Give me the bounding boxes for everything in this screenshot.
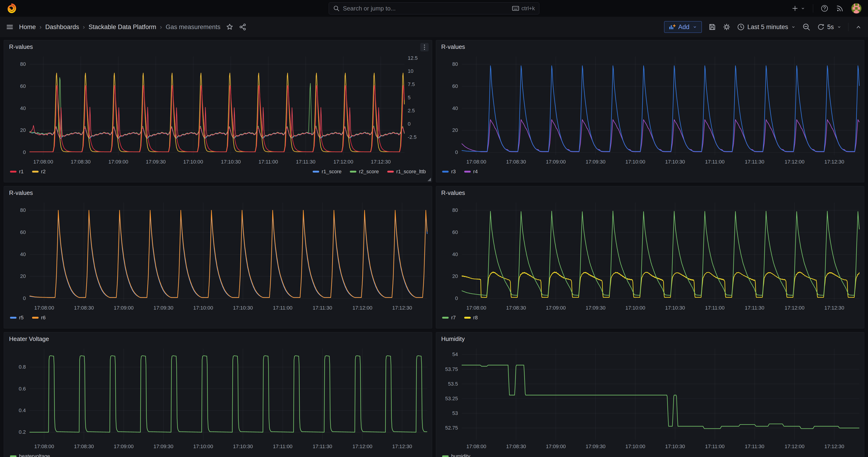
y-axis-right-tick-label: 7.5 (408, 82, 415, 87)
plot-area (462, 57, 859, 155)
series-line-r7 (462, 211, 859, 295)
legend-item-r7[interactable]: r7 (442, 315, 456, 321)
legend-group-left: r7r8 (442, 315, 478, 321)
time-range-picker[interactable]: Last 5 minutes (737, 23, 796, 31)
save-icon[interactable] (708, 23, 716, 31)
plot-area (462, 348, 859, 440)
x-axis-tick-label: 17:10:00 (625, 444, 645, 450)
x-axis-tick-label: 17:09:30 (153, 444, 174, 450)
x-axis-tick-label: 17:12:30 (371, 159, 391, 165)
y-axis-tick-label: 60 (4, 229, 26, 235)
y-axis-tick-label: 20 (4, 127, 26, 133)
y-axis-right-tick-label: 2.5 (408, 108, 415, 114)
legend-item-r1_score_lttb[interactable]: r1_score_lttb (387, 169, 426, 175)
y-axis-tick-label: 60 (4, 83, 26, 89)
y-axis-right-tick-label: 0 (408, 121, 410, 127)
x-axis-tick-label: 17:11:00 (273, 444, 292, 450)
y-axis-tick-label: 0 (436, 295, 458, 301)
legend-item-heatervoltage[interactable]: heatervoltage (10, 453, 50, 457)
x-axis-tick-label: 17:12:30 (392, 444, 412, 450)
panel-menu-kebab-icon[interactable] (420, 43, 429, 52)
y-axis-tick-label: 80 (436, 61, 458, 67)
legend-chip (464, 317, 471, 318)
legend-item-r2[interactable]: r2 (32, 169, 46, 175)
legend-item-r2_score[interactable]: r2_score (350, 169, 379, 175)
news-rss-icon[interactable] (836, 4, 844, 12)
help-icon[interactable] (820, 4, 829, 12)
legend-chip (350, 171, 356, 173)
legend-item-humidity[interactable]: humidity (442, 453, 470, 457)
legend-chip (32, 171, 39, 173)
refresh-interval-label: 5s (827, 24, 834, 31)
x-axis-tick-label: 17:10:00 (183, 159, 203, 165)
x-axis-tick-label: 17:08:30 (71, 159, 91, 165)
y-axis-tick-label: 80 (4, 207, 26, 213)
panel-title: Heater Voltage (9, 335, 49, 342)
y-axis-tick-label: 20 (4, 273, 26, 279)
x-axis-tick-label: 17:11:00 (258, 159, 278, 165)
chevron-down-icon (800, 6, 805, 11)
add-button[interactable]: Add (664, 21, 702, 33)
add-button-label: Add (678, 24, 689, 31)
grafana-logo-icon[interactable] (6, 3, 17, 14)
chevron-down-icon (791, 24, 796, 30)
y-axis-tick-label: 0.4 (4, 407, 26, 414)
series-line-r3 (462, 66, 859, 151)
search-input[interactable]: Search or jump to... ctrl+k (329, 2, 539, 14)
legend-item-r6[interactable]: r6 (32, 315, 46, 321)
breadcrumb-current: Gas measurements (166, 24, 221, 31)
legend-label: humidity (451, 453, 470, 457)
legend: r3r4 (442, 169, 858, 175)
legend: r1r2r1_scorer2_scorer1_score_lttb (10, 169, 426, 175)
x-axis-tick-label: 17:12:30 (824, 159, 844, 165)
x-axis-tick-label: 17:08:00 (466, 159, 486, 165)
settings-gear-icon[interactable] (723, 23, 731, 31)
legend-item-r4[interactable]: r4 (464, 169, 478, 175)
y-axis-tick-label: 53.75 (436, 366, 458, 372)
x-axis-tick-label: 17:10:00 (625, 159, 645, 165)
y-axis-right-tick-label: -2.5 (408, 134, 416, 140)
avatar[interactable] (851, 3, 862, 13)
legend-label: r1_score_lttb (396, 169, 426, 175)
y-axis-tick-label: 0.8 (4, 364, 26, 370)
refresh-picker[interactable]: 5s (817, 23, 842, 31)
breadcrumb-folder[interactable]: Stackable Data Platform (89, 24, 156, 31)
x-axis-tick-label: 17:08:30 (74, 444, 94, 450)
dashboard-toolbar: Home › Dashboards › Stackable Data Platf… (0, 17, 868, 37)
panel-resize-grip[interactable] (428, 178, 431, 181)
x-axis-tick-label: 17:08:30 (506, 444, 526, 450)
favorite-star-icon[interactable] (226, 23, 234, 31)
legend-chip (313, 171, 319, 173)
zoom-out-icon[interactable] (802, 23, 810, 31)
y-axis-tick-label: 54 (436, 352, 458, 358)
search-icon (333, 5, 340, 12)
menu-icon[interactable] (6, 23, 13, 31)
legend-item-r5[interactable]: r5 (10, 315, 24, 321)
x-axis-tick-label: 17:11:30 (745, 159, 764, 165)
new-button[interactable] (792, 5, 805, 12)
breadcrumb-dashboards[interactable]: Dashboards (45, 24, 79, 31)
chevron-down-icon (837, 24, 842, 30)
x-axis-tick-label: 17:11:00 (273, 305, 292, 311)
legend-chip (10, 171, 17, 173)
legend-item-r8[interactable]: r8 (464, 315, 478, 321)
legend-item-r3[interactable]: r3 (442, 169, 456, 175)
breadcrumb-home[interactable]: Home (19, 24, 36, 31)
legend-chip (32, 317, 39, 318)
share-icon[interactable] (239, 23, 246, 31)
legend-item-r1_score[interactable]: r1_score (313, 169, 342, 175)
legend-item-r1[interactable]: r1 (10, 169, 24, 175)
legend-label: r1_score (322, 169, 342, 175)
x-axis-tick-label: 17:09:30 (153, 305, 174, 311)
legend-chip (10, 455, 17, 457)
collapse-up-icon[interactable] (855, 24, 862, 30)
keyboard-icon (512, 6, 519, 11)
x-axis-tick-label: 17:08:30 (506, 305, 526, 311)
x-axis-tick-label: 17:09:00 (114, 444, 134, 450)
refresh-icon (817, 23, 824, 31)
panel-title: R-values (9, 43, 33, 51)
x-axis-tick-label: 17:08:00 (34, 444, 54, 450)
breadcrumb: Home › Dashboards › Stackable Data Platf… (19, 24, 220, 31)
x-axis-tick-label: 17:11:30 (296, 159, 315, 165)
legend-chip (387, 171, 394, 173)
